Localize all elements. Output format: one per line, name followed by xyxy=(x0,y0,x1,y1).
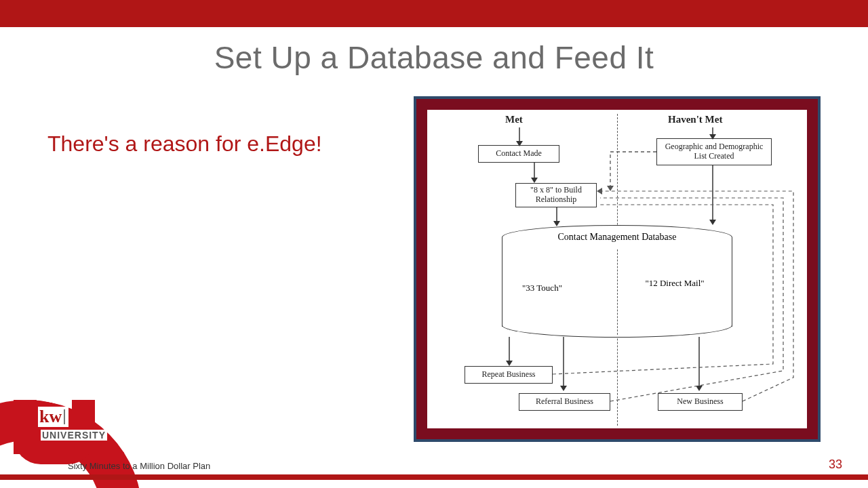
flow-diagram: Met Haven't Met Contact Made Geographic … xyxy=(427,110,807,428)
logo-kw-text: kw xyxy=(38,407,68,427)
svg-marker-17 xyxy=(597,188,602,195)
slide-title: Set Up a Database and Feed It xyxy=(0,39,868,76)
logo-university-text: UNIVERSITY xyxy=(41,430,107,441)
left-column: There's a reason for e.Edge! xyxy=(47,96,359,442)
kw-university-logo: kw UNIVERSITY xyxy=(14,400,129,468)
right-column: Met Haven't Met Contact Made Geographic … xyxy=(359,96,821,442)
feedback-loops xyxy=(427,110,810,428)
footer-bar xyxy=(0,474,868,480)
diagram-frame: Met Haven't Met Contact Made Geographic … xyxy=(414,96,821,442)
callout-text: There's a reason for e.Edge! xyxy=(47,130,359,157)
header-bar xyxy=(0,0,868,27)
slide-body: There's a reason for e.Edge! Met Haven't… xyxy=(0,76,868,442)
page-number: 33 xyxy=(829,458,842,472)
